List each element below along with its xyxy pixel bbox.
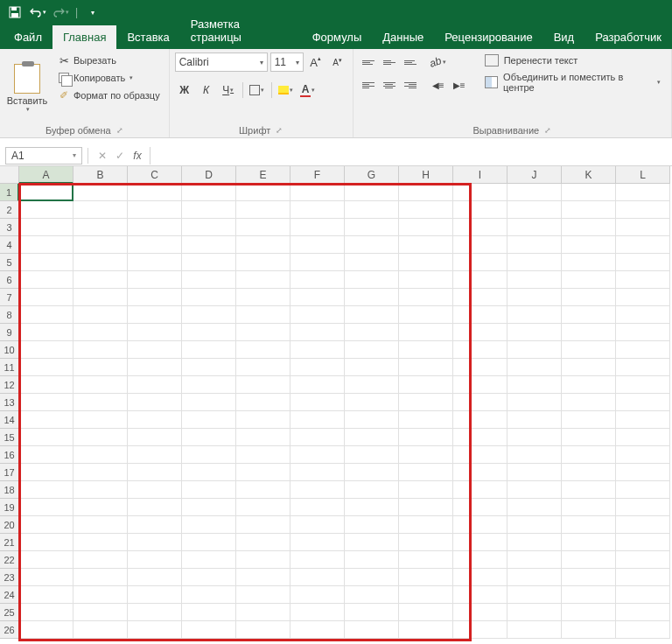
row-header-7[interactable]: 7 — [0, 289, 19, 306]
cell[interactable] — [290, 254, 345, 271]
save-button[interactable] — [5, 3, 24, 22]
cell[interactable] — [508, 569, 562, 586]
cell[interactable] — [508, 359, 562, 376]
cell[interactable] — [19, 411, 74, 429]
merge-center-button[interactable]: Объединить и поместить в центре▾ — [480, 70, 666, 94]
row-header-6[interactable]: 6 — [0, 271, 19, 289]
row-header-22[interactable]: 22 — [0, 551, 19, 569]
cell[interactable] — [128, 516, 182, 534]
cell[interactable] — [616, 481, 670, 499]
cell[interactable] — [19, 586, 74, 604]
cell[interactable] — [562, 324, 616, 341]
cell[interactable] — [399, 219, 453, 236]
cell[interactable] — [182, 376, 236, 394]
cell[interactable] — [74, 341, 128, 359]
cell[interactable] — [74, 236, 128, 254]
cell[interactable] — [19, 289, 74, 306]
cell[interactable] — [74, 359, 128, 376]
cell[interactable] — [74, 464, 128, 481]
cell[interactable] — [290, 236, 345, 254]
cell[interactable] — [453, 429, 508, 446]
cell[interactable] — [128, 499, 182, 516]
cell[interactable] — [236, 289, 290, 306]
cell[interactable] — [562, 201, 616, 219]
cell[interactable] — [182, 604, 236, 621]
cell[interactable] — [453, 499, 508, 516]
cell[interactable] — [290, 569, 345, 586]
cell[interactable] — [345, 254, 399, 271]
cell[interactable] — [562, 516, 616, 534]
cell[interactable] — [453, 534, 508, 551]
cell[interactable] — [508, 341, 562, 359]
cell[interactable] — [453, 341, 508, 359]
cell[interactable] — [19, 621, 74, 639]
cell[interactable] — [345, 289, 399, 306]
cell[interactable] — [453, 621, 508, 639]
cell[interactable] — [128, 481, 182, 499]
fill-color-button[interactable]: ▾ — [276, 80, 296, 100]
cell[interactable] — [453, 411, 508, 429]
cell[interactable] — [74, 324, 128, 341]
align-bottom-button[interactable] — [401, 52, 420, 72]
cell[interactable] — [508, 464, 562, 481]
cell[interactable] — [616, 464, 670, 481]
cell[interactable] — [616, 586, 670, 604]
cell[interactable] — [616, 411, 670, 429]
row-header-25[interactable]: 25 — [0, 604, 19, 621]
cell[interactable] — [19, 201, 74, 219]
row-header-17[interactable]: 17 — [0, 464, 19, 481]
column-header-J[interactable]: J — [508, 166, 562, 184]
cell[interactable] — [182, 341, 236, 359]
cell[interactable] — [345, 271, 399, 289]
cell[interactable] — [182, 219, 236, 236]
cell[interactable] — [399, 621, 453, 639]
cell[interactable] — [236, 534, 290, 551]
column-header-E[interactable]: E — [236, 166, 290, 184]
cell[interactable] — [19, 236, 74, 254]
cell[interactable] — [345, 604, 399, 621]
cell-grid[interactable] — [19, 184, 670, 639]
paste-button[interactable]: Вставить ▾ — [5, 52, 49, 123]
cell[interactable] — [74, 219, 128, 236]
name-box[interactable]: A1▾ — [5, 147, 82, 164]
cell[interactable] — [616, 446, 670, 464]
cell[interactable] — [508, 481, 562, 499]
cell[interactable] — [453, 359, 508, 376]
row-header-13[interactable]: 13 — [0, 394, 19, 411]
cell[interactable] — [616, 394, 670, 411]
cell[interactable] — [616, 289, 670, 306]
cell[interactable] — [345, 394, 399, 411]
cell[interactable] — [19, 464, 74, 481]
cell[interactable] — [236, 586, 290, 604]
cell[interactable] — [508, 254, 562, 271]
cell[interactable] — [508, 184, 562, 201]
cell[interactable] — [128, 201, 182, 219]
cell[interactable] — [236, 219, 290, 236]
cell[interactable] — [182, 201, 236, 219]
cell[interactable] — [562, 604, 616, 621]
cell[interactable] — [399, 324, 453, 341]
select-all-corner[interactable] — [0, 166, 19, 184]
cell[interactable] — [345, 499, 399, 516]
cell[interactable] — [19, 341, 74, 359]
tab-developer[interactable]: Разработчик — [584, 25, 672, 49]
align-right-button[interactable] — [401, 75, 420, 94]
cell[interactable] — [19, 394, 74, 411]
row-header-4[interactable]: 4 — [0, 236, 19, 254]
cell[interactable] — [290, 516, 345, 534]
cell[interactable] — [19, 569, 74, 586]
cell[interactable] — [562, 621, 616, 639]
tab-page-layout[interactable]: Разметка страницы — [180, 12, 302, 49]
cell[interactable] — [399, 481, 453, 499]
cell[interactable] — [236, 464, 290, 481]
column-header-F[interactable]: F — [290, 166, 345, 184]
formula-input[interactable] — [150, 147, 672, 164]
cell[interactable] — [290, 621, 345, 639]
cell[interactable] — [19, 359, 74, 376]
tab-insert[interactable]: Вставка — [116, 25, 179, 49]
cell[interactable] — [19, 534, 74, 551]
cell[interactable] — [290, 184, 345, 201]
cell[interactable] — [399, 429, 453, 446]
undo-button[interactable]: ▾ — [28, 3, 47, 22]
row-header-3[interactable]: 3 — [0, 219, 19, 236]
